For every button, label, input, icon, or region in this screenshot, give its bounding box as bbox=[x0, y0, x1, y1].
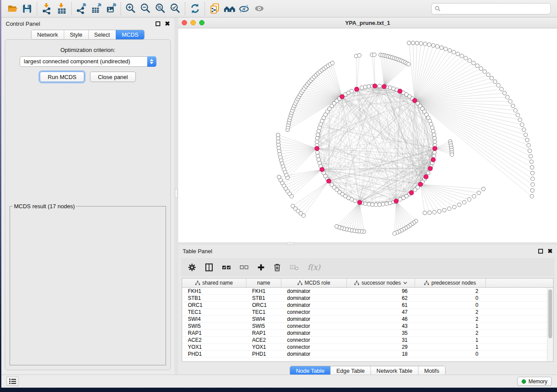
window-minimize-icon[interactable] bbox=[190, 20, 196, 25]
network-node[interactable] bbox=[530, 189, 534, 193]
network-node[interactable] bbox=[452, 50, 456, 54]
window-close-icon[interactable] bbox=[182, 20, 187, 25]
show-all-icon[interactable] bbox=[252, 2, 266, 16]
tab-node-table[interactable]: Node Table bbox=[290, 366, 330, 375]
network-node[interactable] bbox=[522, 128, 526, 132]
zoom-fit-icon[interactable] bbox=[153, 2, 168, 16]
tab-select[interactable]: Select bbox=[88, 30, 116, 39]
network-node[interactable] bbox=[330, 183, 334, 187]
select-all-columns-icon[interactable] bbox=[222, 264, 231, 271]
zoom-selected-icon[interactable] bbox=[168, 2, 183, 16]
network-node[interactable] bbox=[398, 198, 402, 202]
network-node[interactable] bbox=[385, 202, 389, 206]
network-hub-node[interactable] bbox=[354, 87, 359, 91]
table-row[interactable]: SWI5SWI5connector431 bbox=[182, 323, 553, 330]
network-hub-node[interactable] bbox=[412, 98, 417, 103]
network-node[interactable] bbox=[518, 118, 522, 122]
network-node[interactable] bbox=[276, 133, 280, 137]
delete-column-icon[interactable] bbox=[273, 263, 281, 272]
table-row[interactable]: ACE2ACE2connector311 bbox=[182, 337, 553, 344]
table-row[interactable]: TEC1TEC1connector472 bbox=[182, 309, 553, 316]
network-node[interactable] bbox=[432, 210, 436, 214]
network-node[interactable] bbox=[432, 133, 436, 137]
table-row[interactable]: FKH1FKH1dominator962 bbox=[182, 288, 553, 295]
table-row[interactable]: YOX1YOX1connector291 bbox=[182, 344, 553, 351]
network-hub-node[interactable] bbox=[340, 94, 344, 99]
export-image-icon[interactable] bbox=[104, 2, 118, 16]
network-node[interactable] bbox=[432, 44, 436, 48]
import-table-icon[interactable] bbox=[54, 2, 69, 16]
network-hub-node[interactable] bbox=[382, 84, 386, 89]
close-panel-icon[interactable]: ✖ bbox=[547, 249, 553, 254]
network-node[interactable] bbox=[486, 73, 490, 77]
refresh-icon[interactable] bbox=[187, 2, 202, 16]
column-header-name[interactable]: name bbox=[246, 279, 281, 287]
network-node[interactable] bbox=[430, 126, 434, 130]
network-hub-node[interactable] bbox=[428, 166, 432, 171]
export-network-icon[interactable] bbox=[74, 2, 89, 16]
import-network-icon[interactable] bbox=[39, 2, 54, 16]
network-node[interactable] bbox=[432, 154, 436, 158]
column-header-successor-nodes[interactable]: successor nodes bbox=[347, 279, 415, 287]
duplicate-network-icon[interactable] bbox=[207, 2, 222, 16]
column-header-predecessor-nodes[interactable]: predecessor nodes bbox=[415, 279, 486, 287]
network-node[interactable] bbox=[335, 224, 339, 228]
network-node[interactable] bbox=[316, 133, 320, 137]
table-row[interactable]: SWI4SWI4dominator462 bbox=[182, 316, 553, 323]
network-node[interactable] bbox=[472, 194, 476, 198]
network-node[interactable] bbox=[464, 56, 468, 60]
network-node[interactable] bbox=[419, 41, 423, 45]
network-node[interactable] bbox=[527, 144, 531, 148]
network-hub-node[interactable] bbox=[327, 179, 331, 183]
network-node[interactable] bbox=[436, 45, 439, 48]
network-node[interactable] bbox=[450, 153, 454, 157]
network-node[interactable] bbox=[291, 204, 295, 208]
tab-network[interactable]: Network bbox=[31, 30, 64, 39]
create-column-icon[interactable] bbox=[257, 264, 265, 271]
network-node[interactable] bbox=[388, 86, 392, 90]
memory-button[interactable]: Memory bbox=[517, 377, 552, 386]
splitter-grip[interactable] bbox=[287, 242, 294, 245]
network-node[interactable] bbox=[315, 151, 319, 155]
network-node[interactable] bbox=[467, 198, 471, 202]
tab-edge-table[interactable]: Edge Table bbox=[330, 366, 370, 375]
optimization-criterion-select[interactable]: largest connected component (undirected) bbox=[20, 56, 156, 67]
network-node[interactable] bbox=[315, 140, 319, 144]
network-node[interactable] bbox=[316, 154, 320, 158]
network-node[interactable] bbox=[529, 160, 533, 164]
network-node[interactable] bbox=[357, 54, 361, 58]
zoom-out-icon[interactable] bbox=[138, 2, 153, 16]
network-node[interactable] bbox=[526, 138, 529, 142]
table-settings-gear-icon[interactable] bbox=[188, 263, 196, 272]
network-node[interactable] bbox=[456, 52, 460, 56]
table-row[interactable]: PHD1PHD1dominator180 bbox=[182, 351, 553, 358]
network-node[interactable] bbox=[413, 188, 417, 192]
network-hub-node[interactable] bbox=[424, 175, 428, 179]
float-panel-icon[interactable] bbox=[538, 249, 543, 254]
network-node[interactable] bbox=[363, 85, 367, 89]
horizontal-splitter[interactable] bbox=[178, 242, 557, 245]
network-node[interactable] bbox=[520, 123, 524, 127]
network-node[interactable] bbox=[370, 203, 374, 206]
network-node[interactable] bbox=[432, 136, 436, 140]
unselect-all-columns-icon[interactable] bbox=[240, 265, 249, 270]
vertical-splitter[interactable] bbox=[174, 17, 178, 375]
network-node[interactable] bbox=[457, 203, 461, 207]
tab-style[interactable]: Style bbox=[64, 30, 88, 39]
window-zoom-icon[interactable] bbox=[199, 20, 204, 25]
network-hub-node[interactable] bbox=[315, 146, 319, 151]
network-node[interactable] bbox=[428, 211, 432, 215]
network-node[interactable] bbox=[374, 203, 378, 207]
network-node[interactable] bbox=[350, 89, 354, 93]
network-node[interactable] bbox=[317, 158, 321, 162]
network-hub-node[interactable] bbox=[373, 84, 377, 88]
network-node[interactable] bbox=[500, 87, 504, 91]
show-columns-icon[interactable] bbox=[205, 263, 213, 272]
network-node[interactable] bbox=[411, 41, 415, 45]
open-icon[interactable] bbox=[5, 2, 20, 16]
network-node[interactable] bbox=[479, 67, 483, 71]
network-node[interactable] bbox=[277, 175, 281, 179]
column-header-MCDS-role[interactable]: MCDS role bbox=[281, 279, 347, 287]
export-table-icon[interactable] bbox=[89, 2, 104, 16]
network-node[interactable] bbox=[331, 61, 335, 65]
